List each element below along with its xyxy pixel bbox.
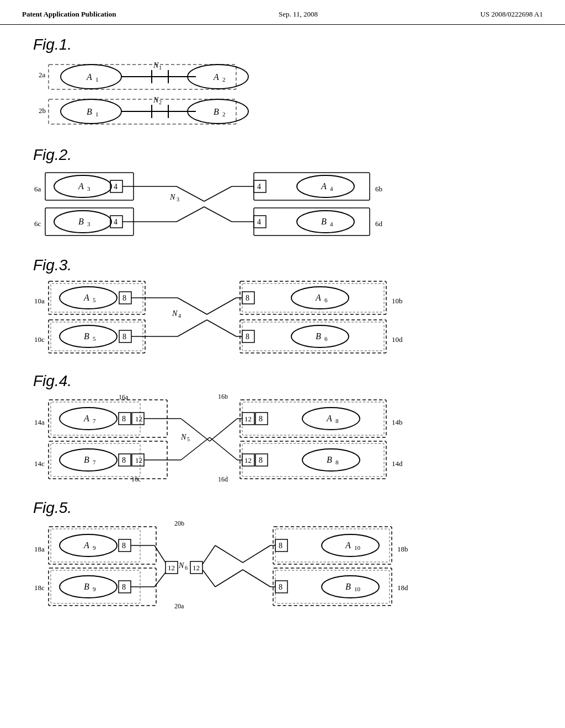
svg-rect-199 xyxy=(273,527,392,564)
svg-rect-155 xyxy=(242,443,384,477)
svg-text:B: B xyxy=(345,582,351,591)
svg-text:A: A xyxy=(78,181,84,191)
svg-text:7: 7 xyxy=(93,417,96,424)
svg-text:2a: 2a xyxy=(39,71,46,79)
svg-text:4: 4 xyxy=(114,218,118,226)
svg-line-195 xyxy=(215,570,243,587)
svg-text:6a: 6a xyxy=(34,185,41,193)
svg-text:A: A xyxy=(83,293,89,302)
svg-text:N: N xyxy=(153,96,159,104)
svg-text:2: 2 xyxy=(222,111,226,117)
svg-text:12: 12 xyxy=(135,456,142,464)
svg-text:7: 7 xyxy=(93,459,96,465)
svg-text:16a: 16a xyxy=(119,394,129,401)
svg-text:18d: 18d xyxy=(397,584,408,592)
svg-text:20b: 20b xyxy=(174,521,184,527)
svg-rect-209 xyxy=(275,570,390,603)
svg-text:6: 6 xyxy=(324,297,328,303)
svg-text:B: B xyxy=(78,217,84,226)
page-header: Patent Application Publication Sep. 11, … xyxy=(0,0,565,25)
svg-text:8: 8 xyxy=(122,415,126,423)
svg-text:9: 9 xyxy=(93,544,96,551)
fig2-label: Fig.2. xyxy=(33,146,532,164)
svg-text:6: 6 xyxy=(324,335,328,342)
svg-line-90 xyxy=(207,298,236,314)
svg-text:8: 8 xyxy=(122,542,126,550)
svg-text:1: 1 xyxy=(159,65,162,71)
publication-type: Patent Application Publication xyxy=(22,10,116,19)
svg-text:8: 8 xyxy=(122,583,126,591)
svg-text:10: 10 xyxy=(354,586,361,592)
fig5-diagram: 18a A 9 8 20b 18c B 9 8 20a 12 N 6 xyxy=(33,521,463,609)
svg-text:9: 9 xyxy=(93,586,96,592)
svg-text:A: A xyxy=(321,181,327,191)
svg-text:B: B xyxy=(321,217,327,226)
svg-text:6b: 6b xyxy=(375,185,382,193)
svg-text:B: B xyxy=(87,107,92,116)
svg-text:4: 4 xyxy=(257,183,261,191)
figure-1: Fig.1. 2a A 1 N 1 A 2 2b xyxy=(33,36,532,130)
svg-text:3: 3 xyxy=(177,196,179,202)
svg-line-91 xyxy=(207,320,236,336)
svg-line-50 xyxy=(204,186,232,201)
svg-rect-77 xyxy=(49,320,145,353)
svg-text:4: 4 xyxy=(330,185,333,192)
svg-rect-93 xyxy=(240,281,386,314)
svg-text:14b: 14b xyxy=(392,418,403,426)
svg-text:8: 8 xyxy=(246,333,249,341)
svg-text:A: A xyxy=(86,72,92,82)
svg-text:1: 1 xyxy=(95,111,99,117)
svg-rect-94 xyxy=(242,283,384,312)
svg-text:16d: 16d xyxy=(218,475,228,483)
svg-text:8: 8 xyxy=(279,583,282,591)
svg-rect-102 xyxy=(240,320,386,353)
svg-rect-78 xyxy=(51,322,143,351)
svg-text:12: 12 xyxy=(168,564,175,572)
svg-text:A: A xyxy=(326,414,332,423)
svg-text:20a: 20a xyxy=(174,602,184,609)
svg-text:5: 5 xyxy=(187,436,190,442)
svg-line-196 xyxy=(243,545,270,563)
svg-text:B: B xyxy=(84,331,89,341)
fig1-diagram: 2a A 1 N 1 A 2 2b B 1 xyxy=(33,58,463,130)
svg-text:12: 12 xyxy=(244,456,252,464)
svg-rect-144 xyxy=(242,402,384,435)
svg-text:1: 1 xyxy=(95,76,99,83)
fig3-label: Fig.3. xyxy=(33,256,532,274)
figure-3: Fig.3. 10a A 5 8 10c B 5 8 N 4 xyxy=(33,256,532,356)
figure-2: Fig.2. 6a A 3 4 6c B 3 4 N 3 xyxy=(33,146,532,240)
svg-text:8: 8 xyxy=(259,415,263,423)
svg-text:12: 12 xyxy=(193,564,200,572)
svg-text:8: 8 xyxy=(122,456,126,464)
svg-text:4: 4 xyxy=(330,221,333,227)
svg-rect-69 xyxy=(49,281,145,314)
svg-text:N: N xyxy=(153,61,159,69)
svg-text:4: 4 xyxy=(178,313,181,319)
svg-line-197 xyxy=(243,570,270,587)
fig5-label: Fig.5. xyxy=(33,499,532,517)
fig1-label: Fig.1. xyxy=(33,36,532,53)
svg-text:14a: 14a xyxy=(34,418,45,426)
svg-text:12: 12 xyxy=(244,415,252,423)
svg-text:A: A xyxy=(213,72,219,82)
svg-text:B: B xyxy=(327,455,332,464)
svg-text:A: A xyxy=(345,540,351,550)
svg-line-49 xyxy=(177,207,204,222)
main-content: Fig.1. 2a A 1 N 1 A 2 2b xyxy=(0,25,565,620)
svg-rect-200 xyxy=(275,529,390,562)
svg-text:18c: 18c xyxy=(34,584,45,592)
svg-text:B: B xyxy=(316,331,321,341)
svg-line-89 xyxy=(178,320,207,336)
fig4-label: Fig.4. xyxy=(33,372,532,390)
svg-text:A: A xyxy=(83,414,89,423)
svg-text:B: B xyxy=(214,107,219,116)
svg-text:B: B xyxy=(84,455,89,464)
svg-text:4: 4 xyxy=(114,183,118,191)
svg-text:5: 5 xyxy=(93,335,96,342)
fig2-diagram: 6a A 3 4 6c B 3 4 N 3 xyxy=(33,168,463,240)
publication-number: US 2008/0222698 A1 xyxy=(481,10,543,19)
svg-text:2: 2 xyxy=(222,76,226,83)
svg-line-51 xyxy=(204,207,232,222)
svg-text:6c: 6c xyxy=(34,220,41,228)
svg-text:3: 3 xyxy=(87,185,90,192)
